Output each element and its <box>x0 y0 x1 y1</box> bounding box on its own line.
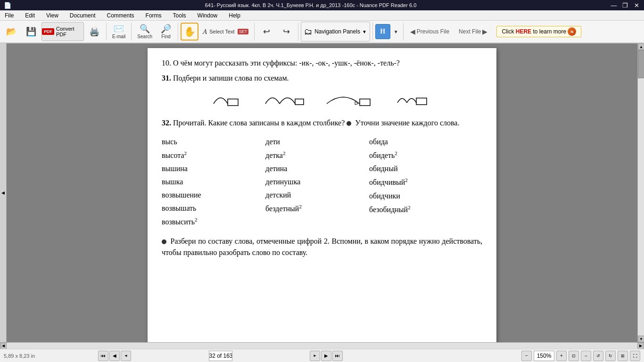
menu-forms[interactable]: Forms <box>143 11 165 20</box>
maximize-button[interactable]: ❐ <box>621 2 629 9</box>
menu-tools[interactable]: Tools <box>170 11 189 20</box>
word-2-3: детина <box>265 163 341 174</box>
page-input[interactable] <box>209 351 232 361</box>
word-1-1: высь <box>162 136 237 148</box>
find-button[interactable]: 🔎 Find <box>157 22 175 41</box>
search-label: Search <box>137 34 152 39</box>
question-10: 10. О чём могут рассказать эти суффиксы:… <box>162 58 482 69</box>
close-button[interactable]: ✕ <box>633 2 640 9</box>
search-button[interactable]: 🔍 Search <box>134 22 156 41</box>
fit-page-button[interactable]: ⊡ <box>569 351 579 361</box>
menu-help[interactable]: Help <box>226 11 243 20</box>
schema-1-svg <box>211 90 244 108</box>
rotate-left-button[interactable]: ↺ <box>593 351 603 361</box>
navigation-panels-icon: 🗂 <box>304 27 313 37</box>
separator-4 <box>254 23 255 41</box>
navigation-panels-label: Navigation Panels <box>314 28 360 35</box>
zoom-in-button[interactable]: + <box>556 351 567 361</box>
fullscreen-button[interactable]: ⛶ <box>630 351 640 361</box>
word-3-2: обидеть2 <box>369 149 445 161</box>
scroll-right-button[interactable]: ▶ <box>637 343 644 349</box>
schema-3-svg <box>324 90 376 108</box>
minimize-button[interactable]: — <box>610 2 618 9</box>
status-right: − + ⊡ ↔ ↺ ↻ ⊞ ⛶ <box>521 351 640 361</box>
highlight-button[interactable]: H <box>375 24 390 39</box>
rotate-right-button[interactable]: ↻ <box>605 351 616 361</box>
nav-arrow-left-btn[interactable]: ◄ <box>121 351 131 361</box>
redo-button[interactable]: ↪ <box>277 22 296 41</box>
word-1-6: возвышать <box>162 203 237 214</box>
separator-5 <box>298 23 298 41</box>
title-bar: 📄 641- Русский язык. 4кл. В 2ч. Ч.1_Буне… <box>0 0 644 10</box>
redo-icon: ↪ <box>283 27 290 36</box>
word-1-7: возвысить2 <box>162 216 237 228</box>
nuance-icon: N <box>568 27 576 36</box>
schemas-row <box>162 90 482 112</box>
first-page-button[interactable]: ⏮ <box>98 351 108 361</box>
word-1-3: вышина <box>162 163 237 174</box>
menu-comments[interactable]: Comments <box>104 11 137 20</box>
last-page-button[interactable]: ⏭ <box>332 351 343 361</box>
save-button[interactable]: 💾 <box>22 22 41 41</box>
learn-more-bar[interactable]: Click HERE to learn more N <box>496 26 581 37</box>
scroll-left-button[interactable]: ◀ <box>0 343 7 349</box>
convert-pdf-button[interactable]: PDF Convert PDF <box>41 22 84 41</box>
email-label: E-mail <box>112 34 125 39</box>
prev-page-button[interactable]: ◀ <box>109 351 120 361</box>
next-file-icon: ▶ <box>482 28 487 35</box>
word-3-5: обидчики <box>369 190 445 202</box>
word-3-3: обидный <box>369 163 445 174</box>
menu-edit[interactable]: Edit <box>22 11 38 20</box>
svg-rect-3 <box>360 99 370 106</box>
print-button[interactable]: 🖨️ <box>85 22 104 41</box>
fit-width-button[interactable]: ↔ <box>581 351 591 361</box>
scroll-thumb[interactable] <box>638 50 644 78</box>
word-1-5: возвышение <box>162 189 237 201</box>
menu-file[interactable]: File <box>2 11 17 20</box>
zoom-input[interactable] <box>534 351 554 361</box>
zoom-out-button[interactable]: − <box>521 351 532 361</box>
previous-file-button[interactable]: ◀ Previous File <box>406 23 454 41</box>
menu-view[interactable]: View <box>43 11 61 20</box>
size-label: 5,89 x 8,23 in <box>4 353 35 359</box>
h-icon: H <box>380 28 385 35</box>
hand-tool-icon: ✋ <box>184 26 196 37</box>
email-button[interactable]: ✉️ E-mail <box>109 22 129 41</box>
bottom-scrollbar[interactable]: ◀ ▶ <box>0 342 644 349</box>
schema-4-svg <box>395 90 433 108</box>
word-2-5: детский <box>265 189 341 201</box>
next-page-button[interactable]: ▶ <box>321 351 331 361</box>
split-view-button[interactable]: ⊞ <box>618 351 628 361</box>
save-icon: 💾 <box>26 27 36 36</box>
svg-rect-4 <box>416 98 427 105</box>
open-button[interactable]: 📂 <box>2 22 21 41</box>
scroll-down-button[interactable]: ▼ <box>638 336 644 342</box>
title-bar-controls: — ❐ ✕ <box>610 2 640 9</box>
next-file-button[interactable]: Next File ▶ <box>454 23 492 41</box>
search-icon: 🔍 <box>140 25 150 33</box>
navigation-panels-button[interactable]: 🗂 Navigation Panels ▼ <box>301 22 370 41</box>
word-column-2: дети детка2 детина детинушка детский без… <box>265 136 341 228</box>
left-nav-arrow[interactable]: ◀ <box>0 43 7 342</box>
status-center <box>131 351 310 361</box>
hscroll-track[interactable] <box>7 343 637 349</box>
find-icon: 🔎 <box>161 25 171 33</box>
right-scrollbar[interactable]: ▲ ▼ <box>637 43 644 342</box>
svg-rect-0 <box>228 99 238 106</box>
q31-number: 31. <box>162 74 171 82</box>
select-text-button[interactable]: 𝐴 Select Text SET <box>199 22 252 41</box>
nav-arrow-right-btn[interactable]: ► <box>310 351 320 361</box>
question-32: 32. Прочитай. Какие слова записаны в каж… <box>162 117 482 129</box>
word-3-1: обида <box>369 136 445 148</box>
h-dropdown-button[interactable]: ▼ <box>391 22 401 41</box>
menu-window[interactable]: Window <box>195 11 221 20</box>
menu-document[interactable]: Document <box>67 11 99 20</box>
bullet-icon-1 <box>347 121 351 126</box>
scroll-track[interactable] <box>638 50 644 336</box>
left-arrow-icon: ◀ <box>1 190 5 195</box>
pdf-area[interactable]: 10. О чём могут рассказать эти суффиксы:… <box>7 43 637 342</box>
separator-2 <box>131 23 132 41</box>
hand-tool-button[interactable]: ✋ <box>181 23 198 41</box>
scroll-up-button[interactable]: ▲ <box>638 43 644 50</box>
undo-button[interactable]: ↩ <box>257 22 276 41</box>
